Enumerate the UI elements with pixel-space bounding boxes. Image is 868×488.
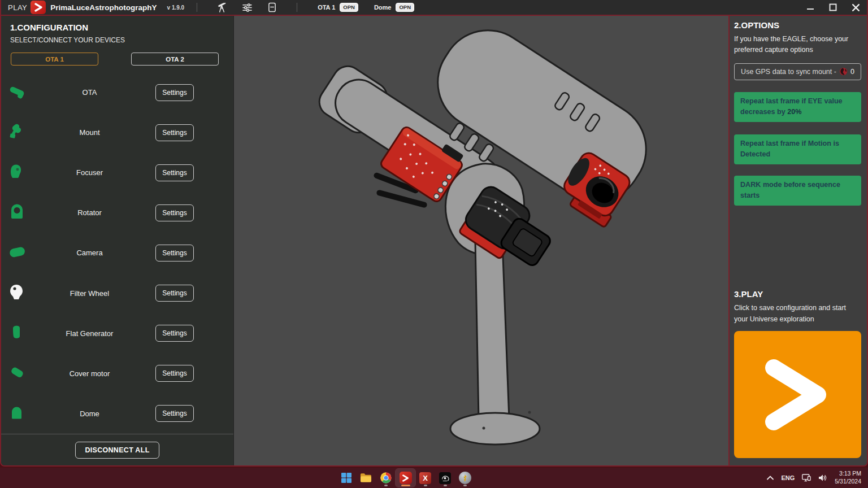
active-running-indicator [401, 485, 410, 486]
rotator-icon [8, 203, 25, 223]
device-list: OTA Settings Mount Settings Focuser Sett… [1, 70, 233, 434]
running-indicator [384, 485, 388, 486]
flat-generator-settings-button[interactable]: Settings [155, 325, 194, 342]
running-indicator [444, 485, 447, 486]
device-row-cover-motor: Cover motor Settings [1, 354, 233, 394]
app-name: PLAY [8, 3, 27, 12]
x-app-icon: X [419, 472, 431, 484]
options-description: If you have the EAGLE, choose your prefe… [734, 34, 861, 56]
start-button[interactable] [336, 469, 356, 487]
x-app-button[interactable]: X [415, 469, 435, 487]
titlebar-divider [197, 3, 197, 12]
maximize-button[interactable] [822, 0, 844, 15]
running-indicator [424, 485, 427, 486]
dark-mode-option-button[interactable]: DARK mode before sequence starts [734, 176, 861, 206]
ota1-status-group: OTA 1 OPN [318, 3, 358, 12]
sliders-icon[interactable] [241, 2, 253, 13]
pin-app-icon [459, 472, 471, 484]
file-explorer-button[interactable] [356, 469, 376, 487]
filter-wheel-settings-button[interactable]: Settings [155, 285, 194, 302]
filter-wheel-icon [8, 283, 25, 303]
version-label: v 1.9.0 [167, 5, 185, 11]
speaker-icon[interactable] [818, 474, 827, 482]
camera-settings-button[interactable]: Settings [155, 245, 194, 262]
configuration-panel: 1.CONFIGURATION SELECT/CONNECT YOUR DEVI… [1, 16, 234, 465]
cover-motor-settings-button[interactable]: Settings [155, 365, 194, 382]
play-logo-icon [31, 1, 46, 14]
device-label: Flat Generator [24, 329, 155, 338]
device-label: OTA [24, 88, 155, 97]
play-chevron-icon [761, 355, 835, 434]
folder-icon [360, 472, 372, 484]
gps-sync-option[interactable]: Use GPS data to sync mount - 0 [734, 63, 861, 80]
tab-ota2[interactable]: OTA 2 [131, 53, 219, 66]
eagle-device-icon[interactable] [266, 2, 278, 13]
brand-title: PrimaLuceAstrophotographY [50, 3, 157, 12]
disconnect-all-button[interactable]: DISCONNECT ALL [75, 442, 159, 459]
chrome-button[interactable] [376, 469, 396, 487]
ota1-status-label: OTA 1 [318, 4, 335, 11]
repeat-motion-option-button[interactable]: Repeat last frame if Motion is Detected [734, 134, 861, 164]
flat-generator-icon [8, 323, 25, 343]
tab-ota1[interactable]: OTA 1 [11, 53, 98, 66]
ota-settings-button[interactable]: Settings [155, 84, 194, 101]
device-row-focuser: Focuser Settings [1, 152, 233, 193]
configuration-subtitle: SELECT/CONNECT YOUR DEVICES [6, 36, 224, 44]
play-description: Click to save configuration and start yo… [734, 303, 861, 325]
device-label: Camera [24, 249, 155, 257]
device-label: Focuser [24, 168, 155, 177]
pin-app-button[interactable] [455, 469, 475, 487]
play-start-button[interactable] [734, 331, 861, 458]
rotator-settings-button[interactable]: Settings [155, 204, 194, 221]
taskbar: X ENG 3:13 PM 5/31/2024 [0, 468, 868, 488]
options-panel: 2.OPTIONS If you have the EAGLE, choose … [728, 16, 867, 465]
tray-expand-chevron-icon[interactable] [767, 476, 774, 480]
device-label: Cover motor [24, 369, 155, 378]
gps-sync-label: Use GPS data to sync mount - [741, 68, 836, 76]
dome-open-badge[interactable]: OPN [396, 3, 414, 12]
repeat-eye-option-button[interactable]: Repeat last frame if EYE value decreases… [734, 92, 861, 122]
device-row-dome: Dome Settings [1, 394, 233, 434]
play-app-icon [400, 472, 412, 484]
windows-start-icon [340, 472, 353, 484]
titlebar-divider [297, 3, 297, 12]
device-row-flat-generator: Flat Generator Settings [1, 313, 233, 354]
gps-sync-value: 0 [850, 68, 854, 76]
dome-status-group: Dome OPN [374, 3, 414, 12]
ota-tabs: OTA 1 OTA 2 [10, 53, 224, 66]
app-window: PLAY PrimaLuceAstrophotographY v 1.9.0 O… [0, 0, 868, 467]
chrome-icon [380, 472, 392, 484]
minimize-button[interactable] [799, 0, 822, 15]
focuser-settings-button[interactable]: Settings [155, 164, 194, 181]
device-label: Rotator [24, 208, 155, 217]
mount-settings-button[interactable]: Settings [155, 124, 194, 141]
play-app-button[interactable] [396, 469, 415, 487]
device-row-mount: Mount Settings [1, 112, 233, 152]
title-bar: PLAY PrimaLuceAstrophotographY v 1.9.0 O… [1, 0, 867, 16]
language-indicator[interactable]: ENG [781, 474, 795, 481]
device-row-rotator: Rotator Settings [1, 193, 233, 233]
device-label: Mount [24, 128, 155, 137]
globe-icon [839, 67, 848, 76]
close-button[interactable] [844, 0, 867, 15]
configuration-title: 1.CONFIGURATION [10, 23, 224, 32]
dome-settings-button[interactable]: Settings [155, 405, 194, 422]
dome-icon [8, 403, 25, 424]
play-title: 3.PLAY [734, 289, 861, 299]
ota1-open-badge[interactable]: OPN [340, 3, 358, 12]
device-label: Filter Wheel [24, 289, 155, 298]
play-section: 3.PLAY Click to save configuration and s… [734, 289, 861, 458]
galaxy-app-icon [439, 472, 451, 484]
mount-icon [8, 123, 25, 143]
dome-status-label: Dome [374, 4, 392, 11]
device-row-ota: OTA Settings [1, 72, 233, 112]
tray-time: 3:13 PM [835, 470, 861, 478]
network-display-icon[interactable] [802, 474, 811, 482]
clock[interactable]: 3:13 PM 5/31/2024 [835, 470, 861, 485]
running-indicator [463, 485, 467, 486]
telescope-render [234, 16, 728, 465]
telescope-icon[interactable] [216, 2, 228, 13]
device-row-filter-wheel: Filter Wheel Settings [1, 273, 233, 313]
focuser-icon [8, 163, 25, 183]
galaxy-app-button[interactable] [435, 469, 455, 487]
